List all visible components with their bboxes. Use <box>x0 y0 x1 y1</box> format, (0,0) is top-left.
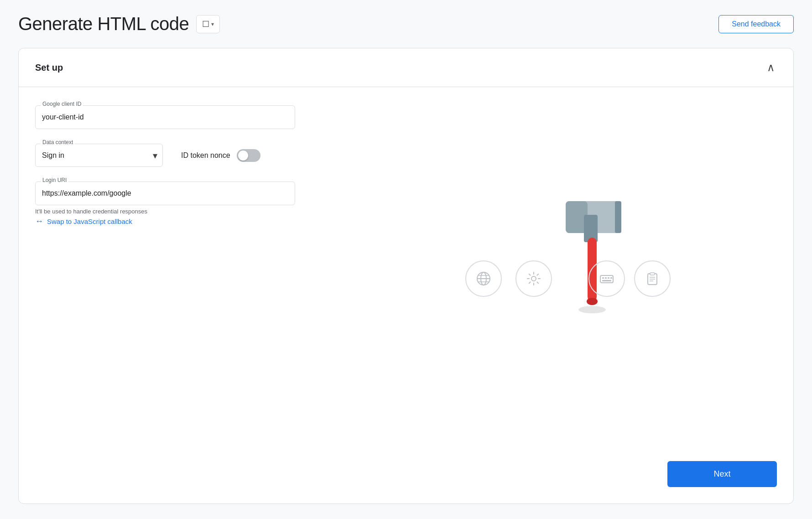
login-uri-input[interactable] <box>35 182 295 205</box>
svg-rect-15 <box>605 277 607 279</box>
login-uri-helper: It'll be used to handle credential respo… <box>35 208 354 215</box>
page-header: Generate HTML code ☐ ▾ Send feedback <box>18 14 794 34</box>
setup-title: Set up <box>35 62 63 73</box>
bookmark-icon: ☐ <box>202 19 209 29</box>
swap-label: Swap to JavaScript callback <box>47 218 132 225</box>
row-fields: Data context Sign in Sign up Continue wi… <box>35 144 354 167</box>
gear-icon-circle <box>515 260 552 297</box>
login-uri-label: Login URI <box>41 177 68 183</box>
globe-icon-circle <box>465 260 502 297</box>
svg-point-12 <box>531 276 536 281</box>
illustration-section <box>354 105 777 434</box>
client-id-field-group: Google client ID <box>35 105 354 129</box>
login-uri-field-group: Login URI <box>35 182 354 205</box>
bookmark-button[interactable]: ☐ ▾ <box>196 15 220 33</box>
swap-icon: ↔ <box>35 217 43 226</box>
keyboard-icon-circle <box>588 260 625 297</box>
data-context-select[interactable]: Sign in Sign up Continue with <box>35 144 163 167</box>
svg-point-5 <box>587 298 598 305</box>
illustration-container <box>452 178 680 361</box>
form-section: Google client ID Data context Sign in Si… <box>35 105 354 434</box>
card-header: Set up ∧ <box>19 48 793 87</box>
swap-link[interactable]: ↔ Swap to JavaScript callback <box>35 217 354 226</box>
data-context-field-group: Data context Sign in Sign up Continue wi… <box>35 144 163 167</box>
svg-rect-20 <box>650 273 655 275</box>
page-title: Generate HTML code <box>18 14 189 34</box>
header-left: Generate HTML code ☐ ▾ <box>18 14 220 34</box>
chevron-down-icon: ▾ <box>211 21 214 27</box>
send-feedback-button[interactable]: Send feedback <box>718 15 794 33</box>
toggle-label: ID token nonce <box>181 151 230 160</box>
client-id-input[interactable] <box>35 105 295 129</box>
svg-rect-16 <box>608 277 609 279</box>
data-context-label: Data context <box>41 139 75 145</box>
id-token-nonce-toggle[interactable] <box>237 149 260 162</box>
svg-point-6 <box>578 306 606 313</box>
svg-rect-14 <box>602 277 604 279</box>
card-footer: Next <box>19 452 793 503</box>
toggle-group: ID token nonce <box>181 149 260 162</box>
collapse-button[interactable]: ∧ <box>765 59 777 76</box>
svg-rect-2 <box>615 201 621 233</box>
next-button[interactable]: Next <box>667 461 777 487</box>
card-body: Google client ID Data context Sign in Si… <box>19 87 793 452</box>
svg-rect-18 <box>610 277 612 279</box>
svg-rect-13 <box>600 275 613 283</box>
clipboard-icon-circle <box>634 260 671 297</box>
login-uri-section: Login URI It'll be used to handle creden… <box>35 182 354 226</box>
client-id-label: Google client ID <box>41 101 83 107</box>
svg-rect-17 <box>602 280 611 281</box>
setup-card: Set up ∧ Google client ID Data context S… <box>18 48 794 504</box>
